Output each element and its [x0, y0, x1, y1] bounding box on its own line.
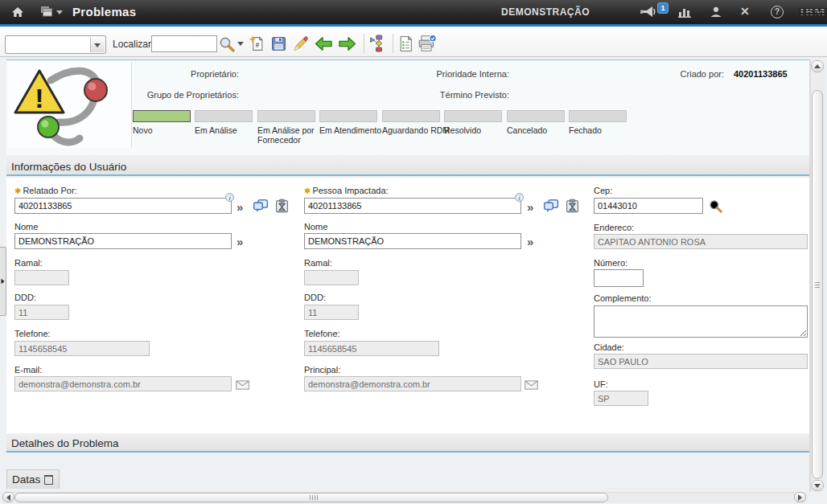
reports-chart-icon[interactable] [678, 6, 692, 21]
vertical-scrollbar-thumb[interactable] [812, 90, 823, 479]
relatado-telefone-label: Telefone: [14, 329, 51, 338]
section-informacoes-usuario[interactable]: Informações do Usuário [6, 158, 809, 176]
relatado-nome-detail-menu[interactable]: » [237, 236, 243, 248]
relatado-ramal-input[interactable] [14, 270, 69, 285]
localizar-input[interactable] [151, 35, 217, 52]
prioridade-interna-label: Prioridade Interna: [398, 69, 509, 79]
print-icon[interactable] [418, 35, 437, 55]
signout-close-icon[interactable]: ✕ [740, 6, 750, 17]
search-icon[interactable] [219, 36, 235, 55]
criado-por-label: Criado por: [678, 69, 724, 79]
section-detalhes-problema[interactable]: Detalhes do Problema [6, 434, 809, 453]
next-record-icon[interactable] [338, 35, 356, 55]
toolbar-separator [364, 34, 364, 53]
email-icon[interactable] [525, 379, 538, 393]
scroll-up-button[interactable] [811, 60, 824, 72]
uf-label: UF: [594, 379, 608, 389]
relatado-ddd-label: DDD: [14, 293, 36, 302]
profile-icon[interactable] [710, 6, 722, 22]
endereco-input[interactable] [594, 234, 808, 249]
required-marker: ✱ [14, 186, 21, 195]
relatado-por-detail-menu[interactable]: » [237, 201, 243, 213]
clipboard-history-icon[interactable] [274, 199, 290, 216]
impactada-nome-input[interactable] [304, 233, 521, 249]
scroll-down-button[interactable] [811, 480, 824, 491]
workflow-stage-box [569, 110, 627, 122]
comments-icon[interactable] [543, 199, 559, 216]
goto-caret-icon[interactable] [56, 10, 63, 14]
titlebar: Problemas DEMONSTRAÇÃO 1 ✕ ? [0, 0, 827, 24]
svg-text:#: # [256, 41, 260, 49]
workflow-stage-box [507, 110, 565, 122]
workflow-stage-box [257, 110, 315, 122]
pessoa-impactada-input[interactable] [304, 198, 521, 214]
relatado-ddd-input[interactable] [14, 305, 69, 320]
clipboard-history-icon[interactable] [565, 199, 580, 216]
relatado-email-label: E-mail: [14, 365, 42, 375]
relatado-email-input[interactable] [14, 376, 232, 391]
impactada-nome-label: Nome [304, 222, 327, 232]
horizontal-scrollbar-thumb[interactable] [14, 493, 608, 502]
workflow-stage-label: Cancelado [507, 125, 547, 135]
new-record-icon[interactable]: # [249, 35, 265, 55]
cidade-label: Cidade: [594, 342, 624, 352]
impactada-ramal-input[interactable] [304, 270, 359, 285]
scroll-right-button[interactable] [794, 492, 806, 502]
workflow-stage-box [133, 110, 191, 122]
maximize-icon[interactable] [44, 475, 53, 485]
workflow-stage-label: Fechado [569, 125, 602, 135]
goto-apps-icon[interactable] [40, 6, 53, 22]
current-user-label: DEMONSTRAÇÃO [501, 6, 590, 18]
impactada-ddd-label: DDD: [304, 293, 326, 302]
combobox-caret-button[interactable] [90, 37, 105, 52]
save-icon[interactable] [270, 35, 287, 55]
info-icon[interactable]: i [225, 193, 234, 202]
impactada-ddd-input[interactable] [304, 305, 359, 320]
run-reports-icon[interactable] [397, 35, 414, 55]
relatado-telefone-input[interactable] [14, 341, 150, 356]
pessoa-impactada-label: ✱Pessoa Impactada: [304, 186, 389, 195]
record-select-combobox[interactable] [5, 35, 106, 54]
tab-datas[interactable]: Datas [6, 469, 60, 489]
scroll-left-button[interactable] [2, 492, 14, 502]
impactada-telefone-label: Telefone: [304, 329, 340, 338]
uf-input[interactable] [594, 391, 648, 406]
route-workflow-icon[interactable] [369, 35, 389, 55]
cep-input[interactable] [594, 198, 703, 214]
complemento-label: Complemento: [594, 293, 652, 303]
grupo-proprietarios-label: Grupo de Proprietários: [121, 90, 239, 100]
clear-changes-icon[interactable] [292, 35, 309, 55]
relatado-por-input[interactable] [14, 198, 232, 214]
ibm-logo: IBM [800, 5, 826, 19]
impactada-telefone-input[interactable] [304, 341, 439, 356]
info-icon[interactable]: i [515, 193, 524, 202]
status-graphic: ! [8, 61, 132, 148]
search-caret-icon[interactable] [237, 42, 244, 46]
cep-search-icon[interactable] [709, 199, 722, 216]
termino-previsto-label: Término Previsto: [398, 90, 509, 100]
relatado-nome-input[interactable] [14, 233, 232, 249]
cep-label: Cep: [594, 186, 612, 195]
impactada-principal-input[interactable] [304, 376, 521, 391]
problemas-app-window: Problemas DEMONSTRAÇÃO 1 ✕ ? [0, 0, 827, 504]
complemento-textarea[interactable] [594, 305, 808, 338]
workflow-stage-box [382, 110, 440, 122]
pessoa-impactada-detail-menu[interactable]: » [527, 201, 533, 213]
previous-record-icon[interactable] [315, 35, 333, 55]
help-icon[interactable]: ? [771, 6, 784, 18]
workflow-stage-box [319, 110, 377, 122]
numero-input[interactable] [594, 269, 644, 287]
workflow-stage-box [195, 110, 253, 122]
relatado-nome-label: Nome [14, 222, 38, 232]
comments-icon[interactable] [253, 199, 269, 216]
announcements-icon[interactable] [640, 6, 657, 22]
email-icon[interactable] [236, 379, 249, 393]
cidade-input[interactable] [594, 354, 808, 369]
impactada-nome-detail-menu[interactable]: » [527, 236, 533, 248]
impactada-principal-label: Principal: [304, 365, 340, 375]
workflow-stage-label: Aguardando RDM [382, 125, 450, 135]
home-icon[interactable] [11, 6, 24, 22]
required-marker: ✱ [304, 186, 311, 195]
sidebar-splitter-handle[interactable] [0, 247, 6, 316]
workflow-stage-label: Em Análise por Fornecedor [257, 125, 317, 145]
